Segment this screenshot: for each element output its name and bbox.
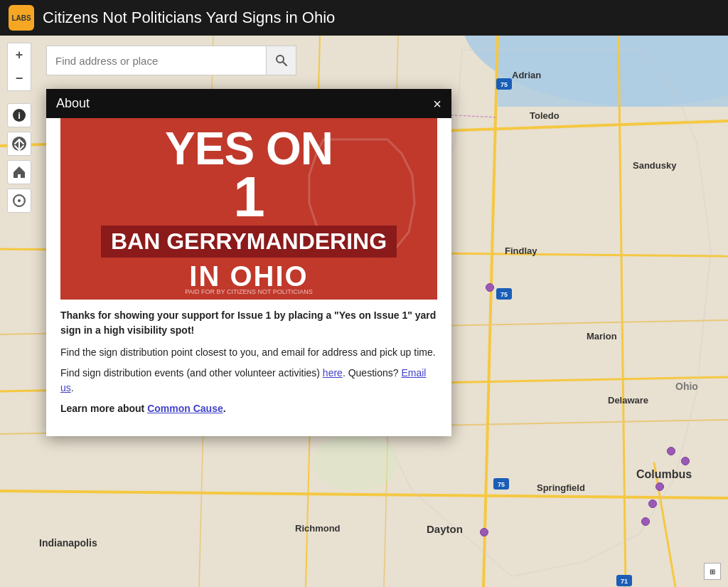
svg-text:75: 75 bbox=[500, 291, 508, 298]
svg-point-27 bbox=[313, 434, 398, 491]
search-button[interactable] bbox=[267, 46, 296, 75]
page-title: Citizens Not Politicians Yard Signs in O… bbox=[43, 9, 335, 27]
search-input[interactable] bbox=[46, 46, 267, 75]
map-marker[interactable] bbox=[667, 447, 675, 455]
zoom-in-button[interactable]: + bbox=[7, 43, 31, 67]
zoom-out-button[interactable]: − bbox=[7, 67, 31, 91]
map-container[interactable]: 75 75 75 71 80 Toledo Findlay Marion San… bbox=[0, 36, 728, 587]
in-ohio-text: IN OHIO bbox=[101, 260, 397, 292]
info-button[interactable]: i bbox=[7, 103, 31, 127]
yes-on-1-graphic: YES ON 1 BAN GERRYMANDERING IN OHIO PAID… bbox=[60, 118, 437, 300]
compass-icon bbox=[12, 194, 26, 208]
info-icon: i bbox=[12, 108, 26, 122]
yes-text: YES ON bbox=[101, 126, 397, 171]
modal-paragraph-2: Find sign distribution events (and other… bbox=[60, 366, 437, 396]
svg-point-34 bbox=[18, 199, 21, 202]
modal-body: YES ON 1 BAN GERRYMANDERING IN OHIO PAID… bbox=[46, 118, 451, 436]
one-text: 1 bbox=[101, 171, 397, 223]
map-marker[interactable] bbox=[648, 499, 657, 508]
map-marker[interactable] bbox=[480, 528, 488, 536]
home-button[interactable] bbox=[7, 160, 31, 184]
svg-text:71: 71 bbox=[621, 578, 628, 585]
directions-button[interactable] bbox=[7, 132, 31, 156]
svg-line-29 bbox=[283, 62, 287, 65]
svg-rect-2 bbox=[498, 36, 728, 107]
map-marker[interactable] bbox=[486, 283, 494, 292]
svg-text:75: 75 bbox=[498, 481, 505, 488]
search-icon bbox=[275, 54, 288, 67]
map-marker[interactable] bbox=[655, 482, 664, 491]
directions-icon bbox=[11, 136, 27, 152]
ban-text: BAN GERRYMANDERING bbox=[101, 226, 397, 258]
modal-paragraph-1: Find the sign distribution point closest… bbox=[60, 345, 437, 360]
home-icon bbox=[12, 165, 26, 179]
modal-header: About × bbox=[46, 89, 451, 118]
modal-close-button[interactable]: × bbox=[433, 97, 441, 111]
grid-toggle[interactable]: ⊞ bbox=[704, 563, 721, 580]
svg-text:75: 75 bbox=[500, 81, 508, 88]
zoom-controls: + − bbox=[7, 43, 31, 91]
compass-button[interactable] bbox=[7, 189, 31, 213]
app-header: LABS Citizens Not Politicians Yard Signs… bbox=[0, 0, 728, 36]
svg-text:i: i bbox=[18, 110, 21, 121]
map-marker[interactable] bbox=[681, 457, 690, 465]
modal-title: About bbox=[56, 96, 90, 111]
map-marker[interactable] bbox=[641, 517, 650, 526]
modal-text: Thanks for showing your support for Issu… bbox=[60, 308, 437, 416]
modal-learn-more: Learn more about Common Cause. bbox=[60, 401, 437, 416]
about-modal: About × YES ON 1 BAN GERRYMANDERING IN O… bbox=[46, 89, 451, 436]
common-cause-link[interactable]: Common Cause bbox=[147, 403, 223, 414]
modal-image: YES ON 1 BAN GERRYMANDERING IN OHIO PAID… bbox=[60, 118, 437, 300]
map-tool-controls: i bbox=[7, 103, 31, 213]
search-bar bbox=[46, 46, 296, 75]
here-link[interactable]: here bbox=[323, 367, 343, 379]
app-logo: LABS bbox=[9, 5, 34, 31]
modal-bold-text: Thanks for showing your support for Issu… bbox=[60, 308, 437, 338]
